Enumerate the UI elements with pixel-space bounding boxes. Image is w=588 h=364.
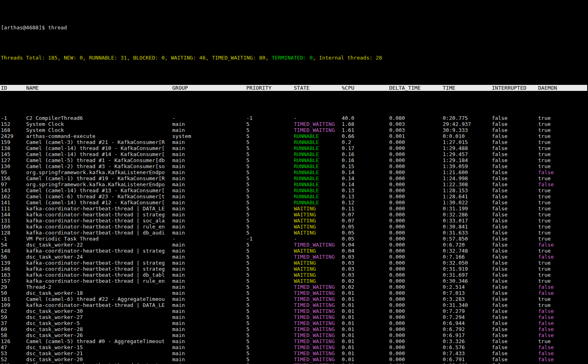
cell-interrupted: false	[492, 290, 538, 296]
cell-time: 0:6.576	[443, 344, 492, 350]
cell-daemon: true	[538, 127, 588, 133]
cell-state: WAITING	[294, 230, 342, 236]
cell-daemon: true	[538, 218, 588, 224]
cell-state: WAITING	[294, 206, 342, 212]
column-header-interrupted: INTERRUPTED	[492, 85, 538, 91]
cell-cpu: 0.07	[342, 218, 389, 224]
cell-interrupted: false	[492, 133, 538, 139]
cell-daemon: false	[538, 332, 588, 338]
cell-time: 0:3.283	[443, 296, 492, 302]
cell-daemon: true	[538, 338, 588, 344]
cell-delta-time: 0.000	[389, 326, 443, 332]
cell-delta-time: 0.000	[389, 302, 443, 308]
cell-id: 52	[1, 356, 26, 362]
column-header-name: NAME	[26, 85, 172, 91]
cell-name: kafka-coordinator-heartbeat-thread | soc…	[26, 218, 172, 224]
cell-id: 159	[1, 139, 26, 145]
table-row: 138 Camel (camel-14) thread #10 - KafkaC…	[0, 145, 588, 151]
table-row: -1 C2 CompilerThread6 - -1 - 40.0 0.080 …	[0, 115, 588, 121]
cell-priority: 5	[246, 175, 294, 181]
cell-time: 1:30.022	[443, 199, 492, 206]
cell-interrupted: false	[492, 308, 538, 314]
cell-daemon: true	[538, 163, 588, 169]
cell-daemon: true	[538, 362, 588, 364]
cell-daemon: true	[538, 206, 588, 212]
cell-state: RUNNABLE	[294, 199, 342, 206]
arthas-terminal[interactable]: [arthas@4688]$ thread Threads Total: 185…	[0, 0, 588, 364]
cell-priority: 5	[246, 242, 294, 248]
cell-group: main	[172, 199, 246, 206]
cell-time: 0:6.791	[443, 356, 492, 362]
table-row: 159 Camel (camel-3) thread #21 - KafkaCo…	[0, 139, 588, 145]
cell-daemon: false	[538, 356, 588, 362]
cell-state: TIMED_WAITING	[294, 308, 342, 314]
cell-group: main	[172, 175, 246, 181]
cell-delta-time: 0.003	[389, 121, 443, 127]
cell-priority: -1	[246, 236, 294, 242]
cell-group: main	[172, 163, 246, 169]
table-row: 163 kafka-coordinator-heartbeat-thread |…	[0, 272, 588, 278]
cell-state: WAITING	[294, 266, 342, 272]
executed-command: thread	[48, 25, 67, 31]
cell-priority: 5	[246, 332, 294, 338]
cell-daemon: false	[538, 308, 588, 314]
table-row: 59 dsc_task_worker-27 main 5 TIMED_WAITI…	[0, 314, 588, 320]
cell-state: RUNNABLE	[294, 163, 342, 169]
cell-interrupted: false	[492, 278, 538, 284]
summary-segment-terminated: TERMINATED: 0	[272, 55, 313, 61]
table-row: 127 Camel (camel-5) thread #1 - KafkaCon…	[0, 157, 588, 163]
cell-priority: 5	[246, 350, 294, 356]
cell-group: main	[172, 320, 246, 326]
cell-state: TIMED_WAITING	[294, 127, 342, 133]
thread-table-body: -1 C2 CompilerThread6 - -1 - 40.0 0.080 …	[0, 115, 588, 364]
table-row: 131 kafka-coordinator-heartbeat-thread |…	[0, 218, 588, 224]
table-row: 111 kafka-coordinator-heartbeat-thread |…	[0, 206, 588, 212]
cell-name: kafka-coordinator-heartbeat-thread | DAT…	[26, 302, 172, 308]
cell-id: 109	[1, 302, 26, 308]
cell-priority: 5	[246, 199, 294, 206]
cell-cpu: 1.68	[342, 121, 389, 127]
cell-group: main	[172, 254, 246, 260]
cell-priority: 5	[246, 284, 294, 290]
cell-group: main	[172, 302, 246, 308]
table-row: 142 kafka-coordinator-heartbeat-thread |…	[0, 362, 588, 364]
cell-name: Camel (camel-3) thread #21 - KafkaConsum…	[26, 139, 172, 145]
column-header-time: TIME	[443, 85, 492, 91]
cell-name: System Clock	[26, 121, 172, 127]
cell-daemon: true	[538, 212, 588, 218]
cell-time: 0:32.050	[443, 260, 492, 266]
cell-priority: 5	[246, 181, 294, 187]
table-row: 160 kafka-coordinator-heartbeat-thread |…	[0, 224, 588, 230]
cell-state: TIMED_WAITING	[294, 350, 342, 356]
cell-cpu: 0.01	[342, 320, 389, 326]
cell-delta-time: 0.000	[389, 163, 443, 169]
cell-time: 0:6.792	[443, 326, 492, 332]
cell-cpu: 0.13	[342, 193, 389, 199]
cell-name: dsc_task_worker-21	[26, 350, 172, 356]
cell-cpu: 0.14	[342, 181, 389, 187]
cell-id: 157	[1, 278, 26, 284]
cell-daemon: true	[538, 272, 588, 278]
cell-cpu: 0.16	[342, 151, 389, 157]
cell-state: TIMED_WAITING	[294, 242, 342, 248]
cell-daemon: true	[538, 260, 588, 266]
cell-cpu: 0.01	[342, 344, 389, 350]
cell-id: 58	[1, 332, 26, 338]
cell-daemon: true	[538, 193, 588, 199]
cell-interrupted: false	[492, 218, 538, 224]
cell-delta-time: 0.000	[389, 175, 443, 181]
cell-id: -1	[1, 115, 26, 121]
cell-time: 0:3.326	[443, 338, 492, 344]
cell-name: dsc_task_worker-26	[26, 332, 172, 338]
cell-group: main	[172, 230, 246, 236]
cell-group: main	[172, 332, 246, 338]
cell-time: 0:30.841	[443, 224, 492, 230]
table-row: 52 dsc_task_worker-20 main 5 TIMED_WAITI…	[0, 356, 588, 362]
cell-state: -	[294, 236, 342, 242]
cell-interrupted: false	[492, 224, 538, 230]
cell-group: main	[172, 224, 246, 230]
cell-time: 1:28.641	[443, 193, 492, 199]
cell-interrupted: false	[492, 314, 538, 320]
cell-id: 144	[1, 212, 26, 218]
cell-daemon: true	[538, 266, 588, 272]
